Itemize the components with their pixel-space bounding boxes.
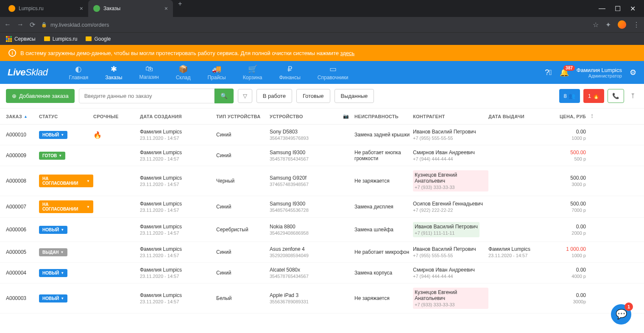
table-row[interactable]: A000006 НОВЫЙ ▼ Фамилия Lumpics23.11.202… [0,218,644,242]
address-bar[interactable]: 🔒 my.livesklad.com/orders [41,22,587,28]
th-devtype[interactable]: ТИП УСТРОЙСТВА [216,114,270,119]
filter-button[interactable]: ▽ [238,89,252,103]
table-row[interactable]: A000010 НОВЫЙ ▼ 🔥 Фамилия Lumpics23.11.2… [0,125,644,145]
nav-prices[interactable]: 🚚Прайсы [199,62,234,83]
cell-price: 0.004000 р [552,267,586,279]
tab-title: Lumpics.ru [19,6,44,11]
add-order-button[interactable]: ⊕Добавление заказа [6,89,75,103]
chat-fab[interactable]: 💬 1 [611,304,631,325]
cell-price: 500.00500 р [552,150,586,161]
browser-title-bar: Lumpics.ru × Заказы × + — ☐ ✕ [0,0,644,17]
close-window-icon[interactable]: ✕ [630,5,636,13]
maximize-icon[interactable]: ☐ [615,5,621,13]
star-icon[interactable]: ☆ [593,21,599,29]
th-order[interactable]: ЗАКАЗ▲ [6,114,39,119]
th-price[interactable]: ЦЕНА, РУБ [552,114,586,119]
nav-shop[interactable]: 🛍Магазин [131,62,167,83]
browser-tab-0[interactable]: Lumpics.ru × [3,0,88,17]
notifications-icon[interactable]: 🔔387 [560,68,569,77]
reload-icon[interactable]: ⟳ [30,21,35,29]
minimize-icon[interactable]: — [599,5,605,13]
th-status[interactable]: СТАТУС [39,114,93,119]
table-row[interactable]: A000005 ВЫДАН ▼ Фамилия Lumpics23.11.202… [0,242,644,263]
table-row[interactable]: A000007 НА СОГЛАСОВАНИИ ▼ Фамилия Lumpic… [0,196,644,218]
flame-icon: 🔥 [593,93,599,99]
bookmark-item[interactable]: Google [86,36,111,42]
cell-status[interactable]: НОВЫЙ ▼ [39,131,93,139]
th-menu[interactable]: ⋮ [586,114,599,119]
chevron-down-icon: ▼ [61,250,64,254]
cell-status[interactable]: НА СОГЛАСОВАНИИ ▼ [39,175,93,187]
cell-price: 0.001000 р [552,129,586,141]
th-urgent[interactable]: СРОЧНЫЕ [93,114,140,119]
filter-ready[interactable]: Готовые [296,89,330,103]
back-icon[interactable]: ← [4,21,11,28]
window-controls: — ☐ ✕ [599,5,644,13]
cell-price: 0.002000 р [552,224,586,236]
nav-home[interactable]: ◐Главная [61,62,97,83]
chevron-down-icon: ▼ [61,228,64,232]
bookmark-item[interactable]: Lumpics.ru [44,36,78,42]
cell-devtype: Синий [216,132,270,138]
cell-devtype: Белый [216,295,270,301]
th-created[interactable]: ДАТА СОЗДАНИЯ [140,114,216,119]
nav-warehouse[interactable]: 📦Склад [167,62,199,83]
cell-devtype: Синий [216,153,270,158]
upload-button[interactable]: ⤒ [627,89,638,103]
help-icon[interactable]: ?⃝ [545,68,552,77]
cell-devtype: Черный [216,178,270,184]
bookmark-apps[interactable]: Сервисы [6,36,36,42]
cell-device: Alcatel 5080x354578765434567 [270,267,337,279]
th-fault[interactable]: НЕИСПРАВНОСТЬ [354,114,413,119]
logo[interactable]: LiveSklad [8,67,48,78]
user-info[interactable]: Фамилия Lumpics Администратор [577,67,622,78]
cell-order-id: A000003 [6,295,39,301]
cell-status[interactable]: НОВЫЙ ▼ [39,226,93,234]
close-icon[interactable]: × [80,5,83,12]
flame-icon: 🔥 [93,131,102,139]
table-row[interactable]: A000003 НОВЫЙ ▼ Фамилия Lumpics23.11.202… [0,283,644,314]
nav-reference[interactable]: ▭Справочники [309,62,357,83]
forward-icon[interactable]: → [17,21,24,28]
chat-badge: 1 [624,302,633,311]
browser-tab-1[interactable]: Заказы × [88,0,173,17]
cell-status[interactable]: ГОТОВ ▼ [39,152,93,160]
profile-avatar[interactable] [618,20,626,29]
cell-device: Asus zenfone 4352920808594049 [270,246,337,258]
filter-in-work[interactable]: В работе [256,89,292,103]
table-row[interactable]: A000009 ГОТОВ ▼ Фамилия Lumpics23.11.202… [0,145,644,166]
search-input[interactable] [79,89,215,103]
banner-link[interactable]: здесь [340,50,355,56]
th-device[interactable]: УСТРОЙСТВО [270,114,337,119]
cell-client: Иванов Василий Петрович+7 (955) 555-55-5… [413,246,488,258]
cell-status[interactable]: ВЫДАН ▼ [39,248,93,256]
cell-status[interactable]: НОВЫЙ ▼ [39,269,93,277]
extension-icon[interactable]: ✦ [605,21,611,29]
table-row[interactable]: A000008 НА СОГЛАСОВАНИИ ▼ Фамилия Lumpic… [0,166,644,196]
cell-created: Фамилия Lumpics23.11.2020 - 14:57 [140,224,216,236]
th-photo[interactable]: 📷 [337,114,354,119]
bookmarks-bar: Сервисы Lumpics.ru Google [0,32,644,45]
new-tab-button[interactable]: + [173,0,187,17]
nav-cart[interactable]: 🛒Корзина [234,62,271,83]
filter-issued[interactable]: Выданные [335,89,374,103]
table-row[interactable]: A000004 НОВЫЙ ▼ Фамилия Lumpics23.11.202… [0,263,644,283]
cell-client: Кузнецов Евгений Анатольевич+7 (933) 333… [413,170,488,191]
cell-status[interactable]: НА СОГЛАСОВАНИИ ▼ [39,200,93,213]
call-button[interactable]: 📞 [608,89,624,103]
stat-users-button[interactable]: 8👥 [559,89,580,103]
search-button[interactable]: 🔍 [215,89,234,103]
close-icon[interactable]: × [164,5,168,12]
nav-finance[interactable]: ₽Финансы [270,62,309,83]
cell-created: Фамилия Lumpics23.11.2020 - 14:57 [140,150,216,161]
th-issued[interactable]: ДАТА ВЫДАЧИ [488,114,552,119]
stat-urgent-button[interactable]: 1🔥 [583,89,604,103]
cell-status[interactable]: НОВЫЙ ▼ [39,294,93,302]
nav-orders[interactable]: ✱Заказы [97,62,131,83]
cell-devtype: Синий [216,204,270,210]
th-client[interactable]: КОНТРАГЕНТ [413,114,488,119]
gear-icon[interactable]: ⚙ [630,68,636,77]
user-name: Фамилия Lumpics [577,67,622,73]
menu-icon[interactable]: ⋮ [633,21,640,29]
users-icon: 👥 [569,93,575,99]
